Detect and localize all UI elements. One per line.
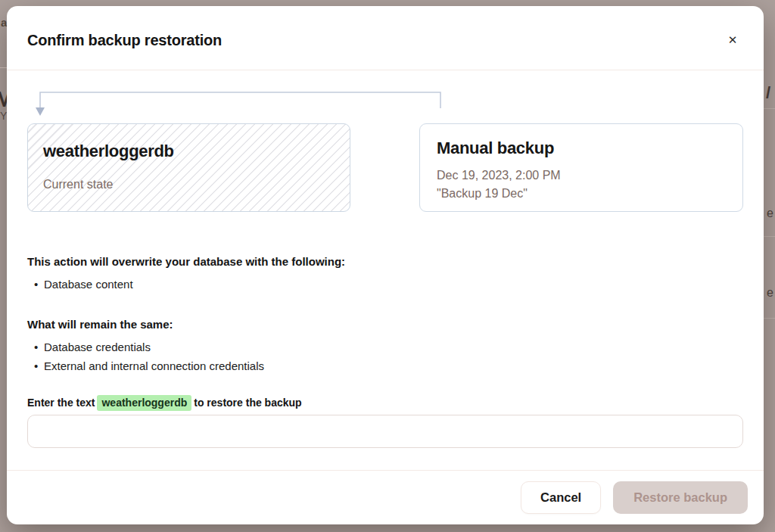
list-item: Database credentials (27, 338, 743, 356)
backup-title: Manual backup (437, 137, 726, 160)
list-item: Database content (27, 275, 743, 294)
background-text-fragment: e (767, 287, 773, 299)
manual-backup-box: Manual backup Dec 19, 2023, 2:00 PM "Bac… (419, 123, 743, 212)
label-suffix: to restore the backup (194, 397, 301, 409)
confirm-backup-restoration-dialog: Confirm backup restoration ✕ weatherlogg… (7, 6, 764, 524)
cancel-button[interactable]: Cancel (521, 481, 601, 514)
current-state-label: Current state (43, 176, 335, 194)
background-divider (764, 236, 775, 237)
background-text-fragment: / (766, 85, 770, 101)
close-icon[interactable]: ✕ (721, 29, 744, 51)
backup-label: "Backup 19 Dec" (437, 185, 726, 203)
diagram-boxes-row: weatherloggerdb Current state Manual bac… (27, 123, 743, 212)
confirm-text-input[interactable] (27, 415, 743, 448)
restore-backup-button[interactable]: Restore backup (613, 481, 748, 514)
background-text-fragment: e (767, 207, 773, 219)
dialog-title: Confirm backup restoration (27, 32, 222, 49)
background-divider (764, 318, 775, 319)
overwrite-section: This action will overwrite your database… (27, 255, 743, 294)
dialog-footer: Cancel Restore backup (7, 470, 764, 524)
background-divider (764, 108, 775, 109)
overwrite-list: Database content (27, 275, 743, 294)
list-item: External and internal connection credent… (27, 356, 743, 375)
confirm-text-highlight: weatherloggerdb (97, 395, 191, 411)
overwrite-heading: This action will overwrite your database… (27, 255, 743, 268)
backup-timestamp: Dec 19, 2023, 2:00 PM (437, 166, 726, 185)
dialog-header: Confirm backup restoration ✕ (7, 6, 764, 70)
remain-list: Database credentials External and intern… (27, 338, 743, 375)
remain-section: What will remain the same: Database cred… (27, 318, 743, 375)
page-backdrop: { "backdrop": { "fragments": { "left_a":… (0, 0, 775, 532)
restore-direction-arrow (27, 86, 451, 123)
background-divider (0, 67, 7, 68)
remain-heading: What will remain the same: (27, 318, 743, 331)
label-prefix: Enter the text (27, 397, 95, 409)
background-text-fragment: Y (0, 110, 7, 121)
confirm-input-label: Enter the textweatherloggerdbto restore … (27, 397, 302, 409)
database-name: weatherloggerdb (43, 140, 335, 163)
current-state-box: weatherloggerdb Current state (27, 123, 350, 212)
